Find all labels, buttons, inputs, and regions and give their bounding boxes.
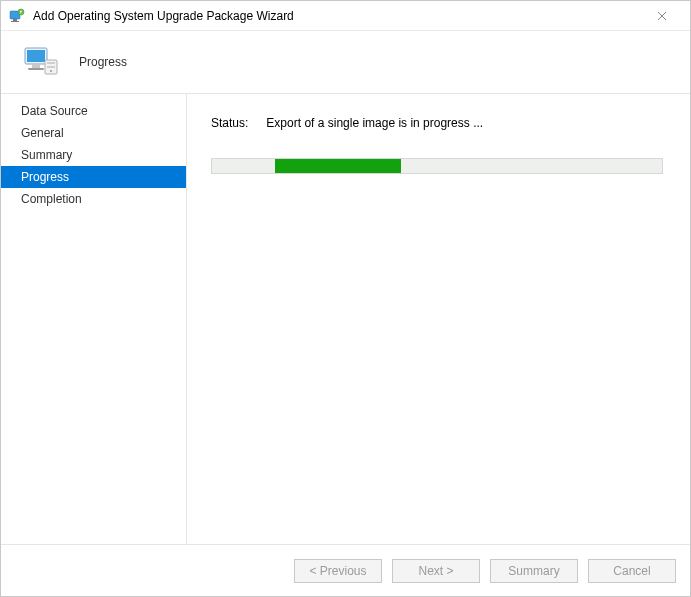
window-title: Add Operating System Upgrade Package Wiz… (33, 9, 642, 23)
status-value: Export of a single image is in progress … (266, 116, 483, 130)
sidebar-item-general[interactable]: General (1, 122, 186, 144)
next-button: Next > (392, 559, 480, 583)
status-label: Status: (211, 116, 248, 130)
close-icon (657, 11, 667, 21)
sidebar-item-summary[interactable]: Summary (1, 144, 186, 166)
progress-bar (211, 158, 663, 174)
computer-icon (21, 42, 61, 82)
svg-rect-7 (28, 68, 44, 70)
wizard-body: Data Source General Summary Progress Com… (1, 93, 690, 544)
cancel-button: Cancel (588, 559, 676, 583)
progress-fill (275, 159, 401, 173)
svg-rect-6 (32, 64, 40, 68)
summary-button: Summary (490, 559, 578, 583)
wizard-header: Progress (1, 31, 690, 93)
wizard-sidebar: Data Source General Summary Progress Com… (1, 94, 186, 544)
wizard-window: Add Operating System Upgrade Package Wiz… (0, 0, 691, 597)
title-bar: Add Operating System Upgrade Package Wiz… (1, 1, 690, 31)
close-button[interactable] (642, 2, 682, 30)
svg-rect-1 (13, 19, 17, 21)
svg-rect-2 (11, 21, 19, 22)
sidebar-item-data-source[interactable]: Data Source (1, 100, 186, 122)
app-icon (9, 8, 25, 24)
status-row: Status: Export of a single image is in p… (211, 116, 666, 130)
previous-button: < Previous (294, 559, 382, 583)
sidebar-item-progress[interactable]: Progress (1, 166, 186, 188)
svg-rect-5 (27, 50, 45, 62)
wizard-footer: < Previous Next > Summary Cancel (1, 544, 690, 596)
svg-rect-9 (47, 62, 55, 64)
page-title: Progress (79, 55, 127, 69)
sidebar-item-completion[interactable]: Completion (1, 188, 186, 210)
svg-point-11 (50, 70, 52, 72)
wizard-main: Status: Export of a single image is in p… (186, 94, 690, 544)
svg-rect-10 (47, 66, 55, 68)
